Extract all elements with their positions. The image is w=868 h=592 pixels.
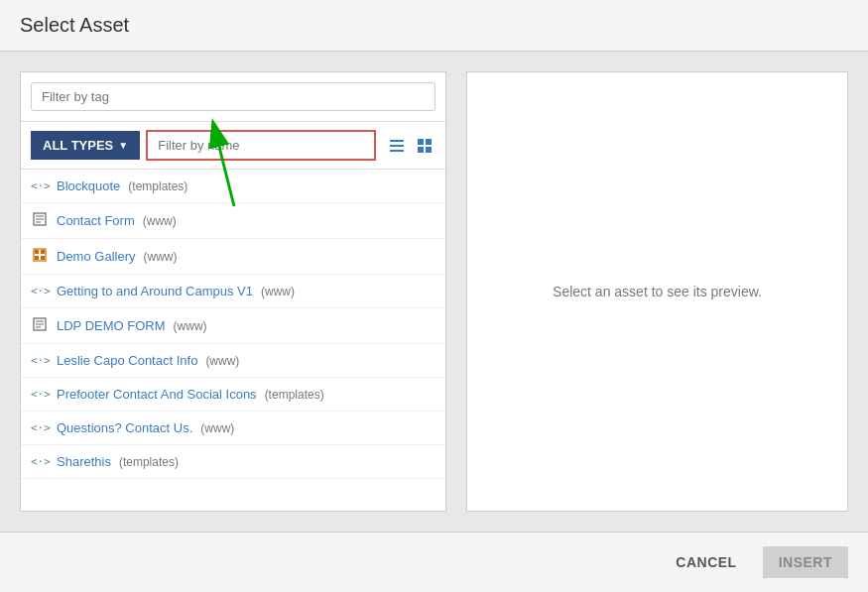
snippet-icon: <·> — [31, 285, 49, 297]
svg-rect-6 — [426, 147, 432, 153]
svg-rect-4 — [426, 139, 432, 145]
list-item[interactable]: <·>Questions? Contact Us. (www) — [21, 412, 445, 445]
list-item[interactable]: <·>Getting to and Around Campus V1 (www) — [21, 275, 445, 308]
svg-rect-14 — [35, 256, 39, 260]
asset-tag: (templates) — [119, 455, 179, 469]
asset-list: <·>Blockquote (templates)Contact Form (w… — [21, 170, 445, 511]
svg-rect-5 — [418, 147, 424, 153]
list-item[interactable]: Contact Form (www) — [21, 203, 445, 239]
gallery-icon — [31, 248, 49, 265]
right-panel: Select an asset to see its preview. — [466, 71, 848, 512]
filter-name-row: ALL TYPES ▼ — [21, 122, 445, 170]
dialog-title: Select Asset — [20, 14, 129, 36]
snippet-icon: <·> — [31, 388, 49, 401]
snippet-icon: <·> — [31, 455, 49, 468]
cancel-button[interactable]: CANCEL — [660, 546, 752, 578]
snippet-icon: <·> — [31, 179, 49, 192]
svg-rect-3 — [418, 139, 424, 145]
svg-rect-12 — [35, 250, 39, 254]
snippet-icon: <·> — [31, 421, 49, 434]
preview-text: Select an asset to see its preview. — [553, 284, 762, 299]
left-panel: ALL TYPES ▼ — [20, 71, 446, 512]
svg-rect-15 — [41, 256, 45, 260]
filter-tag-row — [21, 72, 445, 122]
asset-tag: (www) — [205, 354, 239, 368]
asset-name: Prefooter Contact And Social Icons — [57, 387, 257, 402]
asset-name: Sharethis — [57, 454, 111, 469]
asset-name: Questions? Contact Us. — [57, 420, 192, 435]
view-icons — [386, 135, 435, 157]
svg-rect-0 — [390, 140, 404, 142]
asset-tag: (www) — [143, 250, 177, 264]
form-icon — [31, 212, 49, 229]
svg-rect-13 — [41, 250, 45, 254]
asset-tag: (www) — [143, 214, 177, 228]
asset-tag: (www) — [174, 319, 207, 333]
asset-tag: (templates) — [128, 179, 187, 193]
asset-name: Getting to and Around Campus V1 — [57, 284, 253, 298]
asset-name: LDP DEMO FORM — [57, 318, 166, 333]
all-types-button[interactable]: ALL TYPES ▼ — [31, 131, 140, 160]
filter-name-input[interactable] — [146, 130, 376, 161]
dialog-header: Select Asset — [0, 0, 868, 52]
svg-rect-2 — [390, 150, 404, 152]
dialog-footer: CANCEL INSERT — [0, 532, 868, 592]
asset-name: Demo Gallery — [57, 249, 135, 264]
asset-tag: (templates) — [265, 388, 324, 402]
svg-rect-1 — [390, 145, 404, 147]
grid-view-icon[interactable] — [414, 135, 435, 157]
dropdown-arrow-icon: ▼ — [118, 140, 128, 151]
list-item[interactable]: <·>Blockquote (templates) — [21, 170, 445, 203]
insert-button[interactable]: INSERT — [763, 546, 848, 578]
list-item[interactable]: Demo Gallery (www) — [21, 239, 445, 275]
asset-tag: (www) — [200, 421, 234, 435]
list-item[interactable]: <·>Sharethis (templates) — [21, 445, 445, 479]
list-view-icon[interactable] — [386, 135, 408, 157]
form-icon — [31, 317, 49, 334]
list-item[interactable]: <·>Prefooter Contact And Social Icons (t… — [21, 378, 445, 412]
dialog-body: ALL TYPES ▼ — [0, 52, 868, 532]
asset-name: Leslie Capo Contact Info — [57, 353, 197, 368]
list-item[interactable]: LDP DEMO FORM (www) — [21, 308, 445, 344]
filter-tag-input[interactable] — [31, 82, 435, 111]
asset-tag: (www) — [261, 285, 295, 298]
snippet-icon: <·> — [31, 354, 49, 367]
asset-name: Contact Form — [57, 213, 135, 228]
asset-name: Blockquote — [57, 178, 120, 193]
list-item[interactable]: <·>Leslie Capo Contact Info (www) — [21, 344, 445, 378]
